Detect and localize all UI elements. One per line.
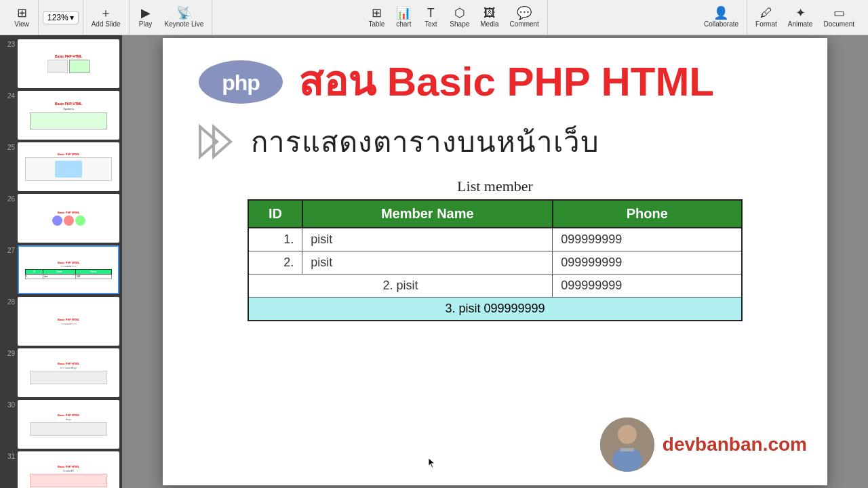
toolbar: ⊞ View 123% ▾ ＋ Add Slide ▶ Play 📡 Keyno… (0, 0, 868, 35)
slide-thumb-28[interactable]: 28 Basic PHP HTML การแสดงตาราง (3, 297, 119, 346)
animate-button[interactable]: ✦ Animate (784, 5, 817, 29)
slide-subtitle: การแสดงตารางบนหน้าเว็บ (251, 119, 599, 164)
zoom-group: 123% ▾ (39, 0, 83, 35)
php-logo-svg: php (197, 58, 285, 106)
slide-num-27: 27 (3, 245, 15, 254)
view-group: ⊞ View (5, 0, 39, 35)
list-member-title: List member (197, 178, 793, 195)
slide-thumb-25[interactable]: 25 Basic PHP HTML (3, 142, 119, 191)
slide-num-31: 31 (3, 451, 15, 460)
slide-thumb-24[interactable]: 24 Basic PHP HTML Systems (3, 91, 119, 140)
text-label: Text (425, 20, 437, 28)
zoom-chevron: ▾ (70, 13, 74, 22)
zoom-display[interactable]: 123% ▾ (43, 11, 79, 24)
keynote-live-label: Keynote Live (165, 20, 204, 28)
zoom-value: 123% (47, 13, 68, 22)
shape-icon: ⬡ (454, 7, 465, 19)
slide-num-26: 26 (3, 194, 15, 203)
text-button[interactable]: T Text (418, 5, 443, 29)
row1-name: pisit (302, 228, 553, 251)
php-logo: php (197, 58, 285, 106)
slide-thumb-27[interactable]: 27 Basic PHP HTML การแสดงตาราง IDNamePho… (3, 245, 119, 294)
document-icon: ▭ (833, 7, 845, 19)
devbanban-label: devbanban.com (663, 434, 807, 455)
slide-preview-29[interactable]: Basic PHP HTML ตารางแสดงข้อมูล (18, 348, 119, 397)
collaborate-icon: 👤 (713, 7, 728, 19)
cursor (427, 458, 437, 468)
comment-label: Comment (510, 20, 539, 28)
row2-id: 2. (248, 251, 302, 274)
view-label: View (14, 20, 29, 28)
slide-preview-26[interactable]: Basic PHP HTML (18, 194, 119, 243)
slide-preview-28[interactable]: Basic PHP HTML การแสดงตาราง (18, 297, 119, 346)
insert-group: ⊞ Table 📊 chart T Text ⬡ Shape 🖼 Media 💬… (360, 0, 548, 35)
table-section: List member ID Member Name Phone 1. pisi… (197, 178, 793, 321)
chart-button[interactable]: 📊 chart (391, 5, 416, 29)
keynote-live-button[interactable]: 📡 Keynote Live (161, 5, 208, 29)
slide-preview-25[interactable]: Basic PHP HTML (18, 142, 119, 191)
view-icon: ⊞ (17, 7, 27, 19)
slide-num-25: 25 (3, 142, 15, 151)
table-row-2: 2. pisit 099999999 (248, 251, 742, 274)
table-header-row: ID Member Name Phone (248, 200, 742, 228)
view-options-group: 🖊 Format ✦ Animate ▭ Document (747, 0, 863, 35)
collaborate-button[interactable]: 👤 Collaborate (700, 5, 743, 29)
play-button[interactable]: ▶ Play (134, 5, 158, 29)
slide-num-23: 23 (3, 39, 15, 48)
slide-preview-24[interactable]: Basic PHP HTML Systems (18, 91, 119, 140)
document-button[interactable]: ▭ Document (819, 5, 859, 29)
row2-phone: 099999999 (553, 251, 742, 274)
table-row-1: 1. pisit 099999999 (248, 228, 742, 251)
avatar (600, 418, 654, 472)
format-icon: 🖊 (760, 7, 772, 19)
play-arrow-icon (197, 121, 237, 162)
row1-phone: 099999999 (553, 228, 742, 251)
comment-button[interactable]: 💬 Comment (506, 5, 543, 29)
play-icon: ▶ (141, 7, 151, 19)
view-button[interactable]: ⊞ View (9, 5, 34, 29)
col-header-phone: Phone (553, 200, 742, 228)
slide-thumb-29[interactable]: 29 Basic PHP HTML ตารางแสดงข้อมูล (3, 348, 119, 397)
slide-num-24: 24 (3, 91, 15, 100)
slide-num-29: 29 (3, 348, 15, 357)
document-label: Document (823, 20, 854, 28)
svg-rect-7 (620, 448, 634, 451)
format-button[interactable]: 🖊 Format (751, 5, 781, 29)
chart-icon: 📊 (396, 7, 411, 19)
chart-label: chart (396, 20, 411, 28)
play-label: Play (139, 20, 152, 28)
text-icon: T (427, 7, 435, 19)
svg-text:php: php (222, 70, 260, 95)
slide-thumb-26[interactable]: 26 Basic PHP HTML (3, 194, 119, 243)
media-icon: 🖼 (484, 7, 496, 19)
slide-preview-30[interactable]: Basic PHP HTML ข้อมูล (18, 400, 119, 449)
table-label: Table (368, 20, 384, 28)
slide-thumb-31[interactable]: 31 Basic PHP HTML Youtube API (3, 451, 119, 488)
slide-preview-31[interactable]: Basic PHP HTML Youtube API (18, 451, 119, 488)
main-area: 23 Basic PHP HTML 24 Basic PHP HTML Syst… (0, 35, 868, 488)
slide-preview-23[interactable]: Basic PHP HTML (18, 39, 119, 88)
slide-header: php สอน Basic PHP HTML (197, 58, 793, 106)
collaborate-label: Collaborate (704, 20, 738, 28)
row2-name: pisit (302, 251, 553, 274)
slide-thumb-23[interactable]: 23 Basic PHP HTML (3, 39, 119, 88)
table-icon: ⊞ (372, 7, 382, 19)
slide-preview-27[interactable]: Basic PHP HTML การแสดงตาราง IDNamePhone … (18, 245, 119, 294)
row4-full: 3. pisit 099999999 (248, 298, 742, 321)
slide-subtitle-row: การแสดงตารางบนหน้าเว็บ (197, 119, 793, 164)
slide-thumb-30[interactable]: 30 Basic PHP HTML ข้อมูล (3, 400, 119, 449)
add-slide-label: Add Slide (92, 20, 121, 28)
add-slide-button[interactable]: ＋ Add Slide (87, 5, 125, 29)
row3-merged: 2. pisit (248, 274, 553, 298)
shape-label: Shape (450, 20, 469, 28)
svg-point-5 (618, 425, 637, 444)
keynote-live-icon: 📡 (176, 7, 191, 19)
slide-canvas: php สอน Basic PHP HTML การแสดงตารางบนหน้… (163, 38, 827, 485)
table-button[interactable]: ⊞ Table (364, 5, 389, 29)
media-button[interactable]: 🖼 Media (476, 5, 502, 29)
add-slide-icon: ＋ (100, 7, 112, 19)
shape-button[interactable]: ⬡ Shape (446, 5, 473, 29)
slide-num-28: 28 (3, 297, 15, 306)
avatar-svg (600, 418, 654, 472)
format-label: Format (755, 20, 777, 28)
